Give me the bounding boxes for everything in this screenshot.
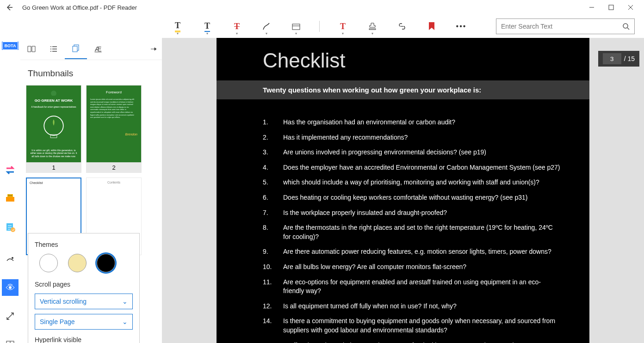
text-tool[interactable]: T▾ — [336, 20, 349, 33]
svg-rect-3 — [6, 197, 14, 202]
list-icon — [50, 46, 58, 52]
question-text: Are eco-options for equipment enabled an… — [283, 278, 562, 296]
question-number: 7. — [263, 208, 283, 218]
question-row: 5.which should include a way of prioriti… — [263, 178, 562, 187]
window-title: Go Green Work at Office.pdf - PDF Reader — [22, 4, 137, 11]
question-row: 10. Are all bulbs low energy? Are all co… — [263, 263, 562, 272]
pen-icon — [262, 22, 271, 31]
question-row: 12. Is all equipment turned off fully wh… — [263, 302, 562, 311]
view-mode-button[interactable] — [2, 279, 19, 296]
question-text: Are all bulbs low energy? Are all comput… — [283, 263, 562, 272]
svg-point-7 — [11, 227, 15, 232]
toolbar: T▾ T▾ T▾ ▾ ▾ T▾ ▾ ••• — [0, 15, 644, 38]
side-tabs: Æ — [20, 38, 162, 60]
swap-button[interactable] — [2, 165, 19, 175]
question-number: 9. — [263, 247, 283, 257]
svg-rect-12 — [73, 46, 77, 52]
fax-button[interactable]: FAX — [2, 193, 19, 203]
maximize-button[interactable] — [607, 3, 615, 12]
question-number: 4. — [263, 163, 283, 172]
bota-button[interactable]: BOTA — [2, 42, 19, 50]
tab-thumbnails[interactable] — [65, 39, 87, 59]
note-tool[interactable]: ▾ — [290, 20, 303, 33]
document-viewer[interactable]: Checklist Twenty questions when working … — [162, 38, 644, 343]
page-mode-select[interactable]: Single Page⌄ — [35, 314, 133, 330]
tab-outline[interactable] — [43, 39, 65, 59]
thumbnail-1[interactable]: GO GREEN AT WORK A handbook for union gr… — [26, 85, 81, 173]
fullscreen-button[interactable] — [2, 308, 19, 325]
question-row: 11. Are eco-options for equipment enable… — [263, 278, 562, 296]
question-number: 11. — [263, 278, 283, 296]
eye-icon — [5, 284, 15, 291]
question-text: Is all equipment turned off fully when n… — [283, 302, 562, 311]
question-text: Is the workplace properly insulated and … — [283, 208, 562, 218]
page-indicator: / 15 — [598, 51, 639, 67]
pin-panel-button[interactable] — [150, 45, 157, 53]
ink-tool[interactable]: ▾ — [260, 20, 273, 33]
grid-icon — [6, 341, 14, 343]
page-total: / 15 — [624, 55, 635, 62]
grid-button[interactable] — [2, 337, 19, 343]
question-number: 15. — [263, 341, 283, 343]
form-icon — [5, 222, 15, 232]
question-number: 10. — [263, 263, 283, 272]
more-tool[interactable]: ••• — [455, 20, 468, 33]
themes-label: Themes — [35, 241, 133, 248]
question-row: 8. Are the thermostats in the right plac… — [263, 223, 562, 241]
page-title: Checklist — [217, 38, 589, 80]
tab-bookmarks[interactable] — [20, 39, 43, 59]
minimize-button[interactable] — [588, 3, 596, 12]
strikethrough-tool[interactable]: T▾ — [230, 20, 243, 33]
night-mode-button[interactable] — [2, 251, 19, 267]
question-row: 7.Is the workplace properly insulated an… — [263, 208, 562, 218]
question-text: Does heating or cooling keep workers com… — [283, 193, 562, 202]
svg-point-13 — [51, 91, 56, 96]
bookmark-icon — [428, 22, 435, 31]
question-row: 14. Is there a commitment to buying equi… — [263, 317, 562, 335]
leaf-logo-icon — [50, 90, 58, 96]
theme-light[interactable] — [39, 254, 58, 272]
question-text: Has the organisation had an environmenta… — [283, 118, 562, 127]
bookmark-tool[interactable] — [425, 20, 438, 33]
swap-icon — [5, 165, 16, 175]
question-list: 1.Has the organisation had an environmen… — [217, 99, 589, 343]
svg-point-9 — [9, 286, 12, 289]
question-text: Is there a commitment to buying equipmen… — [283, 317, 562, 335]
search-box[interactable] — [496, 18, 635, 34]
expand-icon — [6, 312, 14, 320]
question-text: Does the employer have an accredited Env… — [283, 163, 562, 172]
theme-dark[interactable] — [97, 254, 115, 272]
question-number: 1. — [263, 118, 283, 127]
page-subtitle: Twenty questions when working out how gr… — [217, 80, 589, 99]
back-button[interactable] — [4, 2, 15, 13]
close-button[interactable] — [626, 3, 635, 12]
question-number: 6. — [263, 193, 283, 202]
theme-sepia[interactable] — [68, 254, 87, 272]
question-number: 12. — [263, 302, 283, 311]
link-tool[interactable] — [396, 20, 409, 33]
question-text: Is offsetting only carried out as a last… — [283, 341, 562, 343]
question-number: 5. — [263, 178, 283, 187]
search-icon[interactable] — [622, 23, 630, 30]
fax-icon: FAX — [5, 193, 16, 203]
highlight-tool[interactable]: T▾ — [171, 20, 184, 33]
search-input[interactable] — [501, 23, 622, 30]
left-toolbar: BOTA FAX — [0, 38, 20, 343]
titlebar: Go Green Work at Office.pdf - PDF Reader — [0, 0, 644, 15]
page-number-input[interactable] — [603, 53, 621, 64]
tab-annotations[interactable]: Æ — [87, 39, 109, 59]
scroll-label: Scroll pages — [35, 281, 133, 288]
scroll-mode-select[interactable]: Vertical scrolling⌄ — [35, 294, 133, 309]
question-row: 15. Is offsetting only carried out as a … — [263, 341, 562, 343]
form-button[interactable] — [2, 222, 19, 232]
stamp-tool[interactable]: ▾ — [366, 20, 379, 33]
question-row: 1.Has the organisation had an environmen… — [263, 118, 562, 127]
svg-rect-1 — [292, 24, 300, 30]
underline-tool[interactable]: T▾ — [201, 20, 214, 33]
svg-text:FAX: FAX — [8, 194, 12, 197]
note-icon — [291, 22, 301, 31]
question-row: 9.Are there automatic power reducing fea… — [263, 247, 562, 257]
back-arrow-icon — [6, 4, 13, 11]
question-row: 6.Does heating or cooling keep workers c… — [263, 193, 562, 202]
thumbnail-2[interactable]: Foreword Lorem ipsum dolor sit amet cons… — [86, 85, 142, 173]
